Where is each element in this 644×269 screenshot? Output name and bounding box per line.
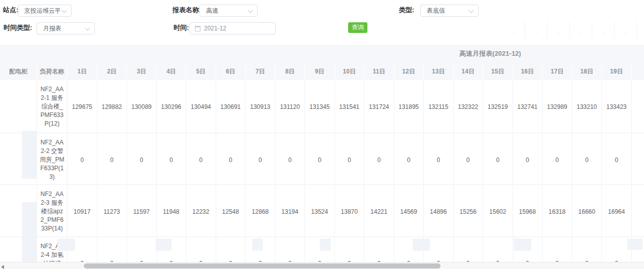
value-cell: 130089: [127, 80, 157, 133]
report-table: 高速月报表(2021-12) 配电柜负荷名称1日2日3日4日5日6日7日8日9日…: [0, 45, 644, 269]
value-cell: 13524: [305, 185, 335, 238]
site-select[interactable]: 京投运维云平台: [18, 5, 72, 17]
value-cell: 129882: [97, 80, 127, 133]
value-cell: 131541: [335, 80, 365, 133]
cabinet-cell: [0, 133, 37, 186]
table-header: 高速月报表(2021-12) 配电柜负荷名称1日2日3日4日5日6日7日8日9日…: [0, 45, 644, 80]
site-select-value: 京投运维云平台: [24, 7, 60, 15]
col-header-day: 13日: [424, 63, 454, 80]
value-cell: 132115: [424, 80, 454, 133]
value-cell: 15602: [483, 185, 513, 238]
value-cell: 129675: [67, 80, 97, 133]
faint-tick-marks: [514, 19, 643, 39]
value-cell: 0: [543, 133, 572, 186]
col-header-day: 11日: [364, 63, 394, 80]
value-cell: 0: [305, 133, 335, 186]
col-header-day: 8日: [276, 63, 306, 80]
scrollbar-thumb[interactable]: [84, 263, 440, 268]
value-cell: 13194: [276, 185, 306, 238]
value-cell: 15256: [454, 185, 484, 238]
value-cell: 130691: [216, 80, 246, 133]
cabinet-cell: [0, 185, 37, 238]
value-cell: 11948: [157, 185, 187, 238]
col-header-day: 9日: [305, 63, 335, 80]
time-input[interactable]: 2021-12: [189, 22, 276, 34]
col-header-day: 5日: [186, 63, 216, 80]
type-select-value: 表底值: [427, 7, 445, 15]
type-select[interactable]: 表底值: [420, 5, 479, 17]
table-row: NF2_AA2-1 服务综合楼_PMF633P(12)1296751298821…: [0, 80, 644, 133]
value-cell: 131345: [305, 80, 335, 133]
report-page: 站点: 京投运维云平台 报表名称: 高速 类型: 表底值 时间类型: 月报表 时…: [0, 0, 644, 269]
query-button[interactable]: 查询: [348, 22, 367, 33]
table-row: NF2_AA2-2 交警用房_PMF633P(13)00000000000000…: [0, 133, 644, 185]
value-cell: 0: [483, 133, 513, 186]
value-cell: 130913: [246, 80, 276, 133]
value-cell: 0: [246, 133, 276, 186]
time-type-select-value: 月报表: [43, 24, 61, 33]
col-header-day: 15日: [483, 63, 513, 80]
chevron-down-icon: [248, 8, 253, 13]
value-cell: 133423: [602, 80, 632, 133]
time-type-select[interactable]: 月报表: [37, 22, 95, 34]
faint-tick: [603, 30, 603, 34]
value-cell: 13870: [335, 185, 365, 238]
value-cell: 0: [394, 133, 424, 186]
report-name-label: 报表名称:: [173, 5, 201, 16]
col-header-day: 10日: [335, 63, 365, 80]
horizontal-scrollbar[interactable]: [0, 262, 644, 269]
value-cell: 0: [216, 133, 246, 186]
table-header-row: 配电柜负荷名称1日2日3日4日5日6日7日8日9日10日11日12日13日14日…: [0, 63, 644, 80]
faint-tick: [636, 21, 637, 39]
value-cell: 10917: [67, 185, 97, 238]
value-cell: 12868: [246, 185, 276, 238]
site-label: 站点:: [3, 5, 18, 16]
faint-tick: [614, 21, 615, 39]
value-cell: 12232: [186, 185, 216, 238]
col-header-day: 1日: [67, 63, 97, 80]
faint-tick: [569, 21, 570, 39]
scrollbar-left-arrow-icon[interactable]: [1, 265, 4, 269]
faint-tick: [558, 30, 559, 34]
col-header-day: 6日: [216, 63, 246, 80]
value-cell: 0: [186, 133, 216, 186]
faint-tick: [536, 30, 536, 34]
value-cell: 132519: [483, 80, 513, 133]
value-cell: 132741: [513, 80, 543, 133]
col-header-day: 18日: [572, 63, 602, 80]
value-cell-clipped: [632, 133, 644, 186]
faint-tick: [547, 21, 548, 39]
value-cell-clipped: [632, 80, 644, 133]
value-cell-clipped: [632, 185, 644, 238]
col-header-day: 19日: [602, 63, 632, 80]
faint-tick: [625, 30, 626, 34]
table-body: NF2_AA2-1 服务综合楼_PMF633P(12)1296751298821…: [0, 80, 644, 269]
value-cell: 0: [335, 133, 365, 186]
col-header-cabinet: 配电柜: [0, 63, 37, 80]
value-cell: 0: [127, 133, 157, 186]
load-name-cell: NF2_AA2-3 服务楼综apz2_PMF633P(14): [37, 185, 67, 238]
value-cell: 0: [67, 133, 97, 186]
report-name-select[interactable]: 高速: [199, 5, 258, 17]
col-header-load-name: 负荷名称: [37, 63, 67, 80]
col-header-day: 16日: [513, 63, 543, 80]
value-cell: 133210: [572, 80, 602, 133]
value-cell: 0: [97, 133, 127, 186]
value-cell: 11597: [127, 185, 157, 238]
value-cell: 16660: [572, 185, 602, 238]
col-header-day: 14日: [454, 63, 484, 80]
value-cell: 0: [276, 133, 306, 186]
faint-tick: [592, 21, 592, 39]
value-cell: 0: [602, 133, 632, 186]
value-cell: 14569: [394, 185, 424, 238]
calendar-icon: [195, 26, 200, 31]
col-header-day: 17日: [543, 63, 572, 80]
report-name-select-value: 高速: [206, 7, 218, 15]
value-cell: 0: [424, 133, 454, 186]
col-header-day: 12日: [394, 63, 424, 80]
value-cell: 130296: [157, 80, 187, 133]
value-cell: 131895: [394, 80, 424, 133]
table-title: 高速月报表(2021-12): [459, 45, 521, 63]
col-header-day: 7日: [246, 63, 276, 80]
chevron-down-icon: [62, 8, 67, 13]
